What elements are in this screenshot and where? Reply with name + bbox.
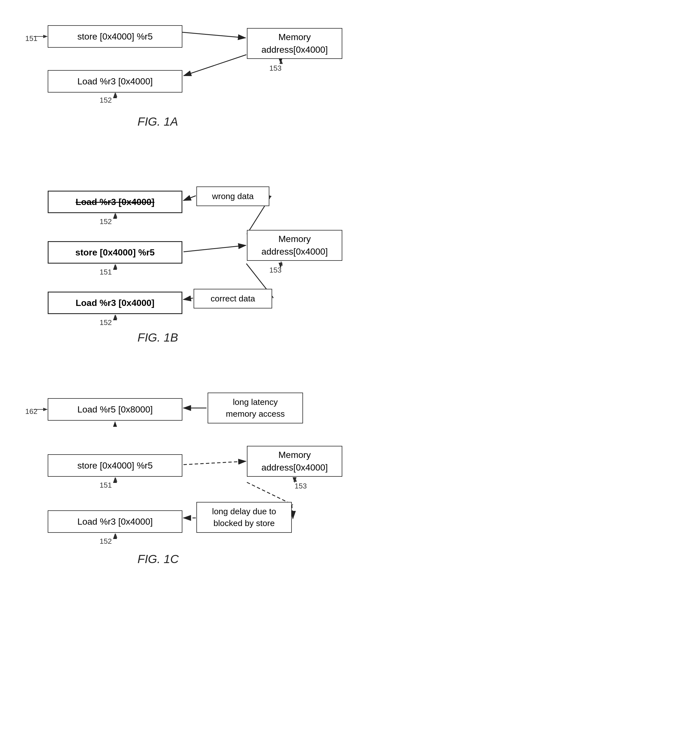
- ref-152-1a: 152: [100, 96, 112, 104]
- svg-line-8: [183, 196, 196, 201]
- store-box-1c: store [0x4000] %r5: [48, 454, 182, 477]
- correct-data-box: correct data: [194, 289, 272, 309]
- ref-151-1b: 151: [100, 268, 112, 276]
- svg-line-12: [183, 298, 193, 299]
- mem-box-1b: Memoryaddress[0x4000]: [247, 230, 342, 261]
- ref-152-1c: 152: [100, 537, 112, 546]
- ref-152-bot-1b: 152: [100, 318, 112, 327]
- long-delay-box: long delay due toblocked by store: [196, 502, 292, 533]
- svg-line-9: [183, 245, 246, 252]
- svg-line-4: [182, 32, 245, 38]
- svg-line-18: [183, 461, 246, 465]
- fig-label-1a: FIG. 1A: [138, 115, 178, 128]
- load-bot-box-1c: Load %r3 [0x4000]: [48, 510, 182, 533]
- fig-label-1c: FIG. 1C: [138, 552, 179, 566]
- load-top-box-1b: Load %r3 [0x4000]: [48, 191, 182, 213]
- store-box-1b: store [0x4000] %r5: [48, 241, 182, 263]
- ref-153-1b: 153: [269, 266, 281, 274]
- load-box-1c: Load %r5 [0x8000]: [48, 398, 182, 421]
- wrong-data-box: wrong data: [196, 187, 269, 206]
- load-box-1a: Load %r3 [0x4000]: [48, 70, 182, 92]
- long-latency-box: long latencymemory access: [208, 393, 303, 423]
- store-box-1a: store [0x4000] %r5: [48, 25, 182, 48]
- mem-box-1c: Memoryaddress[0x4000]: [247, 446, 342, 477]
- ref-162-1c: 162: [25, 407, 38, 416]
- ref-151-1a: 151: [25, 34, 38, 43]
- ref-153-1a: 153: [269, 64, 281, 73]
- ref-151-1c: 151: [100, 481, 112, 489]
- svg-line-24: [247, 482, 293, 505]
- svg-line-5: [184, 55, 246, 76]
- ref-152-top-1b: 152: [100, 217, 112, 226]
- fig-label-1b: FIG. 1B: [138, 331, 178, 344]
- ref-153-1c: 153: [295, 482, 307, 491]
- load-bot-box-1b: Load %r3 [0x4000]: [48, 291, 182, 314]
- mem-box-1a: Memoryaddress[0x4000]: [247, 28, 342, 59]
